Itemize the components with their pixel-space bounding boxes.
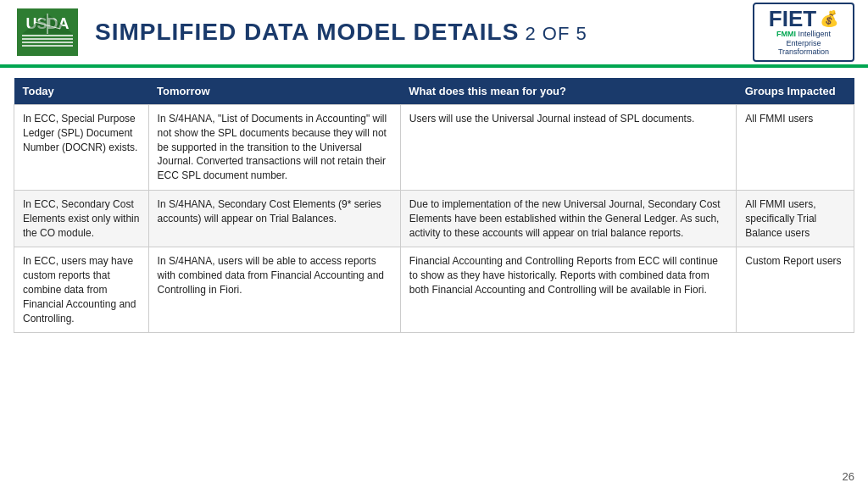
header: USDA SIMPLIFIED DATA MODEL DETAILS 2 OF … [0,0,868,68]
main-content: Today Tomorrow What does this mean for y… [0,68,868,343]
cell-tomorrow-1: In S/4HANA, "List of Documents in Accoun… [148,105,400,191]
col-header-today: Today [14,78,149,105]
data-table: Today Tomorrow What does this mean for y… [14,78,854,333]
cell-groups-3: Custom Report users [737,247,854,333]
table-body: In ECC, Special Purpose Ledger (SPL) Doc… [14,105,854,333]
page-number: 26 [843,470,854,483]
col-header-tomorrow: Tomorrow [148,78,400,105]
cell-today-2: In ECC, Secondary Cost Elements exist on… [14,190,149,247]
table-row: In ECC, Special Purpose Ledger (SPL) Doc… [14,105,854,191]
table-row: In ECC, users may have custom reports th… [14,247,854,333]
cell-groups-2: All FMMI users, specifically Trial Balan… [737,190,854,247]
cell-groups-1: All FMMI users [737,105,854,191]
cell-meaning-1: Users will use the Universal Journal ins… [400,105,736,191]
usda-logo: USDA [14,5,81,59]
cell-today-1: In ECC, Special Purpose Ledger (SPL) Doc… [14,105,149,191]
col-header-meaning: What does this mean for you? [400,78,736,105]
fiet-logo: FIET 💰 FMMI IntelligentEnterprise Transf… [753,5,854,59]
cell-meaning-2: Due to implementation of the new Univers… [400,190,736,247]
header-title: SIMPLIFIED DATA MODEL DETAILS 2 OF 5 [81,19,753,46]
title-subtitle: 2 OF 5 [519,23,587,44]
cell-meaning-3: Financial Accounting and Controlling Rep… [400,247,736,333]
table-header: Today Tomorrow What does this mean for y… [14,78,854,105]
page-title: SIMPLIFIED DATA MODEL DETAILS 2 OF 5 [95,19,753,46]
cell-today-3: In ECC, users may have custom reports th… [14,247,149,333]
cell-tomorrow-3: In S/4HANA, users will be able to access… [148,247,400,333]
col-header-groups: Groups Impacted [737,78,854,105]
cell-tomorrow-2: In S/4HANA, Secondary Cost Elements (9* … [148,190,400,247]
title-main: SIMPLIFIED DATA MODEL DETAILS [95,19,519,45]
table-row: In ECC, Secondary Cost Elements exist on… [14,190,854,247]
